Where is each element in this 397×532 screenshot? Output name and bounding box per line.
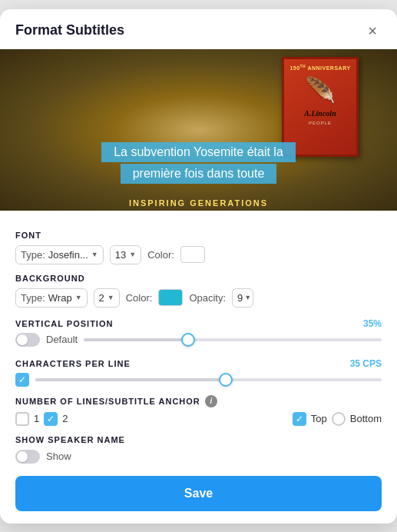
- line-count-options: 1 ✓ 2: [15, 412, 68, 426]
- toggle-thumb: [17, 334, 28, 345]
- font-type-chevron: ▼: [91, 251, 98, 258]
- lines-section-header: NUMBER OF LINES/SUBTITLE ANCHOR i: [15, 395, 382, 407]
- opacity-chevron: ▼: [244, 294, 251, 301]
- font-row: Type: Josefin... ▼ 13 ▼ Color:: [15, 245, 382, 264]
- close-button[interactable]: ×: [363, 22, 382, 40]
- form-body: FONT Type: Josefin... ▼ 13 ▼ Color: BACK…: [0, 211, 397, 464]
- bg-number-value: 2: [99, 292, 104, 304]
- cpl-slider-fill: [35, 378, 226, 381]
- opacity-label: Opacity:: [189, 292, 226, 304]
- font-color-label: Color:: [147, 249, 174, 261]
- bg-type-select[interactable]: Type: Wrap ▼: [15, 288, 88, 308]
- default-label: Default: [46, 334, 78, 345]
- vertical-position-header: VERTICAL POSITION 35%: [15, 311, 382, 329]
- bg-number-chevron: ▼: [108, 294, 114, 301]
- inspiring-text: INSPIRING GENERATIONS: [0, 198, 397, 208]
- anchor-bottom-radio[interactable]: [332, 412, 346, 426]
- subtitle-line-1: La subvention Yosemite était la: [101, 142, 296, 162]
- vertical-position-slider[interactable]: [84, 332, 382, 347]
- anchor-top-check-icon: ✓: [296, 414, 303, 424]
- font-type-value: Josefin...: [48, 249, 88, 261]
- font-size-chevron: ▼: [129, 251, 136, 258]
- default-toggle[interactable]: [15, 333, 40, 347]
- save-button[interactable]: Save: [15, 476, 382, 511]
- vertical-position-label: VERTICAL POSITION: [15, 319, 113, 328]
- cpl-slider-thumb: [219, 373, 233, 387]
- stamp-anniversary-text: 150TH ANNIVERSARY: [289, 64, 350, 71]
- info-icon[interactable]: i: [205, 395, 217, 407]
- check-icon: ✓: [18, 375, 26, 384]
- lines-options-row: 1 ✓ 2 ✓ Top Bottom: [15, 412, 382, 426]
- speaker-toggle-thumb: [17, 451, 28, 462]
- stamp-feather-icon: 🪶: [305, 75, 336, 105]
- anchor-options: ✓ Top Bottom: [74, 412, 382, 426]
- font-type-select[interactable]: Type: Josefin... ▼: [15, 245, 104, 264]
- preview-background: 150TH ANNIVERSARY 🪶 A.Lincoln PEOPLE INS…: [0, 49, 397, 211]
- cpl-header: CHARACTERS PER LINE 35 CPS: [15, 351, 382, 369]
- lines-2-check-icon: ✓: [47, 414, 55, 424]
- subtitle-line-2: première fois dans toute: [121, 164, 277, 184]
- cpl-label: CHARACTERS PER LINE: [15, 359, 131, 368]
- cpl-checkbox[interactable]: ✓: [15, 373, 29, 387]
- cpl-row: ✓: [15, 372, 382, 387]
- lines-2-label: 2: [62, 413, 68, 424]
- font-size-value: 13: [115, 249, 126, 261]
- format-subtitles-dialog: Format Subtitles × 150TH ANNIVERSARY 🪶 A…: [0, 9, 397, 524]
- speaker-row: Show: [15, 450, 382, 464]
- lines-section-label: NUMBER OF LINES/SUBTITLE ANCHOR: [15, 397, 200, 406]
- font-size-select[interactable]: 13 ▼: [110, 245, 141, 264]
- stamp-signature: A.Lincoln: [304, 109, 336, 118]
- bg-type-chevron: ▼: [75, 294, 82, 301]
- anchor-bottom-label: Bottom: [350, 413, 382, 424]
- speaker-section-label: SHOW SPEAKER NAME: [15, 435, 382, 444]
- lines-1-label: 1: [34, 413, 39, 424]
- bg-number-select[interactable]: 2 ▼: [94, 288, 120, 308]
- preview-area: 150TH ANNIVERSARY 🪶 A.Lincoln PEOPLE INS…: [0, 49, 397, 211]
- cpl-slider[interactable]: [35, 372, 382, 387]
- background-row: Type: Wrap ▼ 2 ▼ Color: Opacity: 9 ▼: [15, 288, 382, 308]
- subtitle-overlay: La subvention Yosemite était la première…: [0, 142, 397, 184]
- opacity-value: 9: [237, 292, 243, 304]
- bg-color-picker[interactable]: [158, 289, 183, 306]
- bg-type-value: Wrap: [48, 292, 72, 304]
- anchor-top-checkbox[interactable]: ✓: [293, 412, 306, 426]
- cpl-slider-track: [35, 378, 382, 381]
- font-section-label: FONT: [15, 231, 382, 240]
- dialog-header: Format Subtitles ×: [0, 9, 397, 49]
- background-section-label: BACKGROUND: [15, 274, 382, 283]
- font-color-picker[interactable]: [180, 246, 205, 263]
- bg-color-label: Color:: [126, 292, 153, 304]
- slider-fill: [84, 338, 188, 341]
- lines-2-checkbox[interactable]: ✓: [44, 412, 58, 426]
- vertical-position-row: Default: [15, 332, 382, 347]
- cpl-value: 35 CPS: [350, 358, 382, 369]
- dialog-title: Format Subtitles: [15, 22, 124, 38]
- font-type-prefix: Type:: [21, 249, 45, 261]
- speaker-toggle[interactable]: [15, 450, 40, 464]
- stamp-people-text: PEOPLE: [309, 121, 332, 125]
- opacity-select[interactable]: 9 ▼: [232, 288, 253, 308]
- vertical-position-value: 35%: [354, 318, 382, 329]
- speaker-toggle-label: Show: [46, 451, 71, 462]
- lines-1-checkbox[interactable]: [15, 412, 29, 426]
- slider-track: [84, 338, 382, 341]
- anchor-top-label: Top: [311, 413, 327, 424]
- bg-type-prefix: Type:: [21, 292, 45, 304]
- slider-thumb: [181, 333, 195, 347]
